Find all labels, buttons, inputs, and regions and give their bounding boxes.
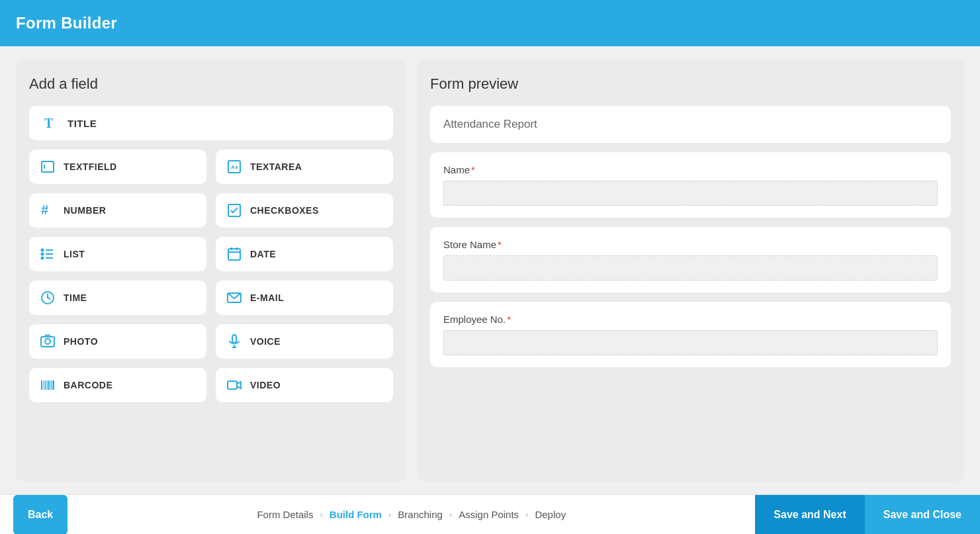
svg-text:T: T: [44, 116, 54, 130]
page-title: Form Builder: [16, 14, 117, 32]
time-icon: [40, 290, 56, 306]
preview-input-storename: [443, 255, 938, 281]
field-button-list[interactable]: LIST: [29, 237, 206, 271]
nav-sep-1: ›: [320, 510, 322, 519]
field-label-voice: VOICE: [250, 336, 281, 347]
field-label-name: Name*: [443, 164, 938, 175]
required-star-storename: *: [498, 239, 502, 250]
field-button-number[interactable]: # NUMBER: [29, 193, 206, 228]
field-button-time[interactable]: TIME: [29, 281, 206, 315]
field-label-date: DATE: [250, 249, 276, 259]
footer: Back Form Details › Build Form › Branchi…: [0, 494, 980, 534]
field-label-email: E-MAIL: [250, 292, 284, 303]
video-icon: [226, 377, 242, 393]
textarea-icon: Aa: [226, 159, 242, 175]
nav-build-form: Build Form: [330, 509, 382, 520]
field-label-list: LIST: [64, 249, 85, 259]
left-panel-title: Add a field: [29, 75, 393, 93]
nav-sep-3: ›: [449, 510, 452, 519]
svg-text:Aa: Aa: [231, 164, 238, 170]
svg-rect-21: [232, 335, 236, 343]
field-button-photo[interactable]: PHOTO: [29, 324, 206, 359]
photo-icon: [40, 334, 56, 349]
field-label-textfield: TEXTFIELD: [64, 161, 117, 172]
checkboxes-icon: [226, 202, 242, 218]
nav-deploy: Deploy: [535, 509, 566, 520]
field-label-video: VIDEO: [250, 380, 281, 390]
back-button[interactable]: Back: [13, 495, 67, 535]
field-button-video[interactable]: VIDEO: [216, 368, 393, 402]
list-icon: [40, 246, 56, 262]
field-button-barcode[interactable]: BARCODE: [29, 368, 206, 402]
number-icon: #: [40, 202, 56, 218]
field-button-date[interactable]: DATE: [216, 237, 393, 271]
svg-point-12: [42, 257, 44, 259]
required-star-name: *: [471, 164, 475, 175]
field-button-title[interactable]: T TITLE: [29, 106, 393, 140]
preview-field-employee: Employee No.*: [430, 302, 951, 367]
field-label-time: TIME: [64, 292, 87, 303]
nav-sep-4: ›: [525, 510, 528, 519]
field-button-textfield[interactable]: TEXTFIELD: [29, 150, 206, 184]
preview-field-storename: Store Name*: [430, 227, 951, 292]
nav-branching: Branching: [398, 509, 443, 520]
email-icon: [226, 290, 242, 306]
field-label-textarea: TEXTAREA: [250, 161, 302, 172]
textfield-icon: [40, 159, 56, 175]
fields-grid: TEXTFIELD Aa TEXTAREA # NUMBER: [29, 150, 393, 402]
right-panel-title: Form preview: [430, 75, 951, 93]
barcode-icon: [40, 377, 56, 393]
nav-assign-points: Assign Points: [459, 509, 519, 520]
left-panel: Add a field T TITLE TEXTFIELD: [16, 60, 406, 481]
field-label-title: TITLE: [67, 118, 97, 129]
svg-point-10: [42, 249, 44, 251]
footer-buttons: Save and Next Save and Close: [755, 495, 980, 535]
field-label-employee: Employee No.*: [443, 314, 938, 325]
right-panel: Form preview Attendance Report Name* Sto…: [417, 60, 964, 481]
field-button-voice[interactable]: VOICE: [216, 324, 393, 359]
footer-nav: Form Details › Build Form › Branching › …: [67, 509, 755, 520]
required-star-employee: *: [507, 314, 511, 325]
svg-point-11: [42, 253, 44, 255]
date-icon: [226, 246, 242, 262]
svg-text:#: #: [41, 202, 49, 217]
form-title-card: Attendance Report: [430, 106, 951, 143]
field-label-barcode: BARCODE: [64, 380, 112, 390]
preview-field-name: Name*: [430, 152, 951, 218]
field-button-textarea[interactable]: Aa TEXTAREA: [216, 150, 393, 184]
voice-icon: [226, 334, 242, 349]
svg-rect-32: [228, 381, 237, 389]
svg-rect-1: [42, 161, 54, 172]
nav-form-details: Form Details: [257, 509, 313, 520]
title-icon: T: [42, 115, 58, 131]
field-label-number: NUMBER: [64, 205, 106, 216]
field-button-checkboxes[interactable]: CHECKBOXES: [216, 193, 393, 228]
preview-input-employee: [443, 330, 938, 355]
nav-sep-2: ›: [388, 510, 391, 519]
preview-input-name: [443, 181, 938, 206]
field-label-checkboxes: CHECKBOXES: [250, 205, 319, 216]
field-button-email[interactable]: E-MAIL: [216, 281, 393, 315]
main-content: Add a field T TITLE TEXTFIELD: [0, 46, 980, 494]
form-title-text: Attendance Report: [443, 118, 537, 130]
field-label-storename: Store Name*: [443, 239, 938, 250]
svg-rect-13: [228, 249, 240, 260]
svg-point-20: [45, 339, 50, 344]
save-close-button[interactable]: Save and Close: [865, 495, 980, 535]
field-label-photo: PHOTO: [64, 336, 98, 347]
header: Form Builder: [0, 0, 980, 46]
save-next-button[interactable]: Save and Next: [755, 495, 864, 535]
